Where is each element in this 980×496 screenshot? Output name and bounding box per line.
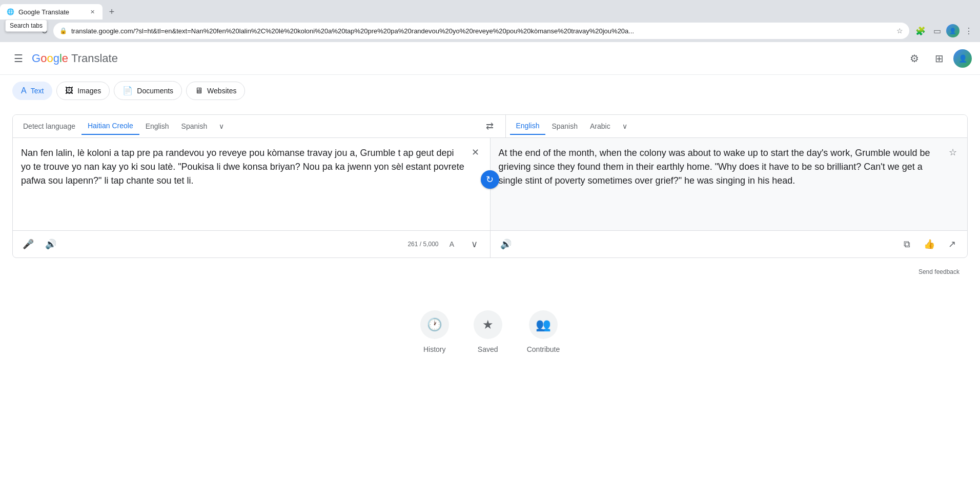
- saved-icon-container: ★: [474, 310, 502, 339]
- profile-avatar[interactable]: 👤: [946, 24, 959, 37]
- address-bar[interactable]: 🔒 translate.google.com/?sl=ht&tl=en&text…: [53, 23, 909, 39]
- bookmark-icon[interactable]: ☆: [896, 27, 903, 35]
- source-footer: 🎤 🔊 261 / 5,000 A ∨: [13, 231, 491, 257]
- images-icon: 🖼: [65, 86, 73, 95]
- history-icon: 🕐: [427, 318, 442, 332]
- source-speaker-button[interactable]: 🔊: [42, 235, 60, 253]
- translate-box: Detect language Haitian Creole English S…: [12, 114, 968, 258]
- logo-g2: g: [53, 52, 59, 65]
- type-tabs: A Text 🖼 Images 📄 Documents 🖥 Websites: [0, 75, 980, 106]
- font-size-button[interactable]: A: [443, 235, 461, 253]
- source-lang-bar: Detect language Haitian Creole English S…: [13, 115, 475, 137]
- save-translation-button[interactable]: ☆: [945, 144, 961, 161]
- target-lang-bar: English Spanish Arabic ∨: [505, 115, 968, 137]
- logo-o1: o: [40, 52, 47, 65]
- target-arabic-button[interactable]: Arabic: [584, 118, 617, 134]
- char-count: 261 / 5,000: [407, 241, 438, 248]
- lock-icon: 🔒: [59, 27, 67, 34]
- tab-favicon: 🌐: [6, 8, 14, 16]
- copy-button[interactable]: ⧉: [897, 235, 916, 253]
- logo-e: e: [62, 52, 68, 65]
- tab-title: Google Translate: [18, 8, 84, 16]
- swap-languages-button[interactable]: ⇄: [481, 117, 499, 135]
- tab-documents-label: Documents: [137, 87, 173, 95]
- target-text-display: At the end of the month, when the colony…: [491, 138, 968, 230]
- app-logo: Google Translate: [32, 52, 118, 65]
- documents-icon: 📄: [122, 86, 133, 95]
- share-button[interactable]: ↗: [943, 235, 961, 253]
- browser-chrome: Search tabs 🌐 Google Translate ✕ + ← → ↻…: [0, 0, 980, 42]
- search-tabs-label: Search tabs: [10, 22, 43, 29]
- target-spanish-button[interactable]: Spanish: [545, 118, 584, 134]
- send-feedback-link[interactable]: Send feedback: [0, 266, 980, 280]
- sidebar-button[interactable]: ▭: [930, 24, 944, 38]
- detect-language-button[interactable]: Detect language: [17, 118, 81, 134]
- tab-text[interactable]: A Text: [12, 82, 52, 100]
- text-icon: A: [21, 86, 27, 95]
- settings-button[interactable]: ⚙: [904, 48, 925, 69]
- apps-button[interactable]: ⊞: [929, 48, 949, 69]
- extensions-button[interactable]: 🧩: [913, 24, 928, 38]
- source-more-langs-button[interactable]: ∨: [213, 118, 230, 134]
- app-container: ☰ Google Translate ⚙ ⊞ 👤 A Text 🖼 Images…: [0, 42, 980, 496]
- app-title: Translate: [71, 52, 118, 65]
- saved-action[interactable]: ★ Saved: [474, 310, 502, 353]
- translate-box-header: Detect language Haitian Creole English S…: [13, 115, 967, 138]
- source-more-button[interactable]: ∨: [465, 235, 484, 253]
- tab-websites-label: Websites: [207, 87, 236, 95]
- tab-documents[interactable]: 📄 Documents: [114, 81, 182, 100]
- saved-label: Saved: [478, 345, 498, 353]
- source-footer-right: 261 / 5,000 A ∨: [407, 235, 483, 253]
- contribute-icon: 👥: [536, 318, 551, 332]
- source-spanish-button[interactable]: Spanish: [175, 118, 214, 134]
- active-tab[interactable]: 🌐 Google Translate ✕: [0, 4, 103, 19]
- source-panel: ✕ Nan fen lalin, lè koloni a tap pre pa …: [13, 138, 491, 230]
- target-panel: ☆ At the end of the month, when the colo…: [491, 138, 968, 230]
- toolbar-icons: 🧩 ▭ 👤 ⋮: [913, 24, 976, 38]
- target-english-button[interactable]: English: [510, 117, 546, 135]
- chrome-menu-button[interactable]: ⋮: [962, 24, 976, 38]
- thumbs-up-button[interactable]: 👍: [920, 235, 938, 253]
- websites-icon: 🖥: [195, 86, 203, 95]
- contribute-label: Contribute: [527, 345, 560, 353]
- translate-box-body: ✕ Nan fen lalin, lè koloni a tap pre pa …: [13, 138, 967, 230]
- history-action[interactable]: 🕐 History: [420, 310, 449, 353]
- tab-websites[interactable]: 🖥 Websites: [186, 82, 245, 100]
- header-actions: ⚙ ⊞ 👤: [904, 48, 972, 69]
- address-bar-row: ← → ↻ 🔒 translate.google.com/?sl=ht&tl=e…: [0, 19, 980, 42]
- history-label: History: [423, 345, 446, 353]
- new-tab-button[interactable]: +: [105, 5, 119, 19]
- tab-close-button[interactable]: ✕: [88, 8, 96, 16]
- mic-button[interactable]: 🎤: [19, 235, 37, 253]
- target-more-langs-button[interactable]: ∨: [617, 118, 633, 134]
- logo-g: G: [32, 52, 40, 65]
- bottom-actions: 🕐 History ★ Saved 👥 Contribute: [0, 290, 980, 374]
- contribute-action[interactable]: 👥 Contribute: [527, 310, 560, 353]
- clear-text-button[interactable]: ✕: [467, 144, 484, 161]
- saved-icon: ★: [482, 318, 494, 332]
- app-header: ☰ Google Translate ⚙ ⊞ 👤: [0, 42, 980, 75]
- source-text-display[interactable]: Nan fen lalin, lè koloni a tap pre pa ra…: [13, 138, 490, 230]
- haitian-creole-button[interactable]: Haitian Creole: [81, 117, 139, 135]
- history-icon-container: 🕐: [420, 310, 449, 339]
- logo-o2: o: [47, 52, 53, 65]
- search-tabs-tooltip: Search tabs: [5, 19, 47, 32]
- target-footer: 🔊 ⧉ 👍 ↗: [491, 231, 968, 257]
- contribute-icon-container: 👥: [529, 310, 558, 339]
- tab-bar: Search tabs 🌐 Google Translate ✕ +: [0, 0, 980, 19]
- tab-text-label: Text: [31, 87, 44, 95]
- url-display: translate.google.com/?sl=ht&tl=en&text=N…: [71, 27, 892, 35]
- tab-images[interactable]: 🖼 Images: [56, 82, 110, 100]
- target-footer-right: ⧉ 👍 ↗: [897, 235, 961, 253]
- source-english-button[interactable]: English: [139, 118, 175, 134]
- translate-box-footer: 🎤 🔊 261 / 5,000 A ∨ 🔊 ⧉ 👍 ↗: [13, 230, 967, 257]
- swap-button-container: ⇄: [475, 115, 505, 137]
- tab-images-label: Images: [77, 87, 101, 95]
- target-speaker-button[interactable]: 🔊: [497, 235, 515, 253]
- translate-button[interactable]: ↻: [481, 170, 499, 189]
- header-profile-avatar[interactable]: 👤: [953, 49, 972, 68]
- menu-button[interactable]: ☰: [8, 48, 29, 69]
